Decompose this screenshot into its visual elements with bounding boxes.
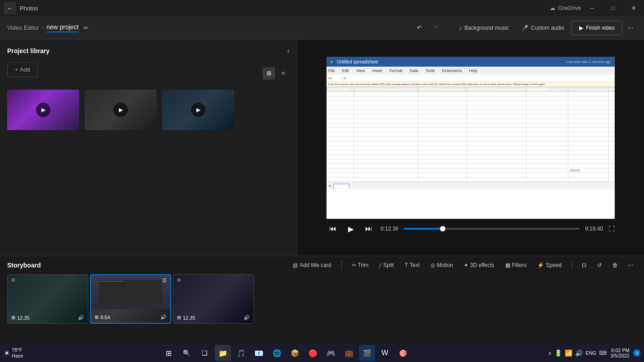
ss-th (608, 87, 614, 92)
divider (571, 261, 572, 270)
wifi-icon: 📶 (565, 349, 572, 357)
notification-badge[interactable]: 4 (633, 349, 640, 357)
media-item[interactable]: ▶ (162, 90, 234, 130)
ss-row: 9595483.65.78404210500#DIV/0! (327, 168, 615, 173)
ss-menu-insert[interactable]: Insert (372, 68, 382, 73)
ss-row: 9824024.054.09744582665132.76062.0423142… (327, 137, 615, 141)
filters-button[interactable]: ▦ Filters (501, 259, 531, 272)
filters-icon: ▦ (505, 262, 510, 268)
ss-menu-data[interactable]: Data (409, 68, 418, 73)
clock[interactable]: 6:02 PM 3/5/2022 (610, 348, 630, 358)
ss-menu-file[interactable]: File (328, 68, 335, 73)
more-options-button[interactable]: ··· (624, 22, 637, 34)
photos-button[interactable]: 🎬 (359, 345, 375, 361)
ss-menubar: File Edit View Insert Format Data Tools … (327, 67, 615, 75)
close-button[interactable]: ✕ (623, 0, 644, 16)
video-controls: ⏮ ▶ ⏭ 0:12.36 9:19.40 ⛶ (327, 219, 615, 239)
ss-menu-help[interactable]: Help (469, 68, 477, 73)
file-explorer-button[interactable]: 📁 (215, 345, 231, 361)
clip-audio-icon: 🔊 (160, 314, 167, 320)
finish-video-button[interactable]: ▶ Finish video (571, 21, 622, 35)
back-button[interactable]: ← (4, 2, 16, 14)
redo-button[interactable]: ↷ (428, 21, 443, 35)
clip-duration-icon: ⊞ (11, 315, 15, 321)
text-button[interactable]: T Text (400, 259, 424, 272)
ss-menu-view[interactable]: View (356, 68, 365, 73)
ss-menu-edit[interactable]: Edit (342, 68, 349, 73)
clip-item[interactable]: 🖼 spreadsheet data visible here ⊞ 8:54 🔊 (90, 274, 171, 324)
edit-project-name-icon[interactable]: ✏ (83, 24, 89, 32)
clip-item[interactable]: ⊞ ⊞ 12.35 🔊 (173, 274, 254, 324)
media-player-button[interactable]: 🎵 (233, 345, 249, 361)
progress-bar[interactable] (404, 228, 580, 230)
breadcrumb-app[interactable]: Video Editor (7, 24, 39, 31)
trim-button[interactable]: ✂ Trim (347, 259, 373, 272)
3d-effects-button[interactable]: ✦ 3D effects (459, 259, 499, 272)
clip-inner: spreadsheet data visible here (99, 280, 163, 304)
ss-menu-extensions[interactable]: Extensions (442, 68, 462, 73)
add-media-button[interactable]: + Add (7, 62, 38, 77)
ss-row: 172446.752.5973837218036.1971.2024525 (327, 105, 615, 110)
media-item[interactable]: ▶ (85, 90, 157, 130)
minimize-button[interactable]: ─ (582, 0, 603, 16)
project-name: new project (46, 23, 79, 32)
motion-button[interactable]: ◎ Motion (426, 259, 458, 272)
background-music-button[interactable]: ♪ Background music (454, 21, 514, 35)
ss-row: 214910047.734.9755174981747.9182.8187658… (327, 164, 615, 168)
app-icon-1[interactable]: 🔴 (305, 345, 321, 361)
clip-duration: ⊞ 12.35 (177, 315, 195, 321)
undo-button[interactable]: ↶ (412, 21, 426, 35)
ss-row: 13342.770.290977444140349.112.391104384 (327, 173, 615, 177)
onedrive-label: OneDrive (558, 5, 581, 11)
play-overlay: ▶ (36, 103, 50, 117)
total-time: 9:19.40 (585, 226, 603, 232)
edge-button[interactable]: 🌐 (269, 345, 285, 361)
storyboard-tools: ▤ Add title card ✂ Trim ⧸ Split T Text ◎… (288, 259, 637, 272)
add-sheet-icon[interactable]: + (328, 183, 331, 189)
media-item[interactable]: ▶ (7, 90, 79, 130)
sheet-tab[interactable]: Sheet1 (333, 184, 349, 188)
skip-back-button[interactable]: ⏮ (327, 222, 339, 235)
title-bar: ← Photos ☁ OneDrive ─ □ ✕ (0, 0, 644, 16)
app-icon-4[interactable]: 🎯 (395, 345, 411, 361)
play-button[interactable]: ▶ (345, 222, 357, 235)
delete-button[interactable]: 🗑 (608, 259, 622, 272)
word-button[interactable]: W (377, 345, 393, 361)
store-button[interactable]: 📦 (287, 345, 303, 361)
app-icon-3[interactable]: 💼 (341, 345, 357, 361)
add-title-card-button[interactable]: ▤ Add title card (288, 259, 336, 272)
task-view-button[interactable]: ❑ (197, 345, 213, 361)
ss-row: 2481475.455.949395161202278.50171.339117… (327, 155, 615, 159)
rotate-button[interactable]: ↺ (593, 259, 606, 272)
ss-menu-format[interactable]: Format (390, 68, 403, 73)
collapse-button[interactable]: ‹ (287, 47, 290, 55)
fullscreen-button[interactable]: ⛶ (608, 225, 615, 232)
ss-row: 11505793.464.868453782164361.7962.206912… (327, 146, 615, 150)
lang-display[interactable]: ENG (585, 350, 596, 356)
skip-forward-button[interactable]: ⏭ (363, 222, 375, 235)
ss-row: 12437391.615.948556689159230.01191.44741… (327, 114, 615, 119)
weather-widget[interactable]: ☀ 78°F Haze (4, 347, 23, 359)
start-button[interactable]: ⊞ (161, 345, 177, 361)
maximize-button[interactable]: □ (603, 0, 623, 16)
ss-row: 53262.615.380377736324523.2651.614830247 (327, 150, 615, 155)
speed-button[interactable]: ⚡ Speed (533, 259, 566, 272)
add-title-icon: ▤ (293, 262, 298, 268)
list-view-button[interactable]: ≡ (277, 67, 290, 80)
mail-button[interactable]: 📧 (251, 345, 267, 361)
custom-audio-button[interactable]: 🎤 Custom audio (516, 21, 570, 35)
taskbar-left: ☀ 78°F Haze (4, 347, 23, 359)
show-hidden-button[interactable]: ∧ (548, 350, 552, 356)
search-button[interactable]: 🔍 (179, 345, 195, 361)
date-display: 3/5/2022 (610, 353, 630, 358)
app-icon-2[interactable]: 🎮 (323, 345, 339, 361)
storyboard-more-button[interactable]: ··· (624, 259, 637, 272)
3d-effects-icon: ✦ (464, 262, 468, 268)
clip-item[interactable]: ⊞ ⊞ 12.35 🔊 (7, 274, 88, 324)
grid-view-button[interactable]: ⊞ (263, 67, 275, 80)
storyboard-title: Storyboard (7, 262, 41, 269)
ss-menu-tools[interactable]: Tools (425, 68, 435, 73)
temperature: 78°F (12, 347, 23, 353)
crop-button[interactable]: ⊡ (577, 259, 591, 272)
split-button[interactable]: ⧸ Split (375, 259, 398, 272)
